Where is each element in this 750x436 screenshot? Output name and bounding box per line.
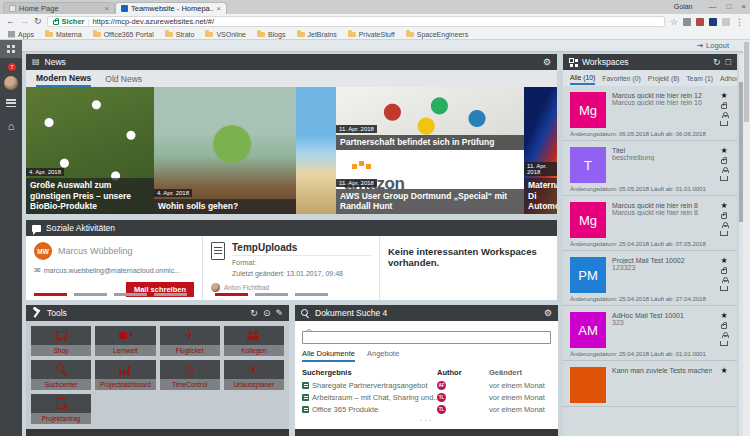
lock-icon[interactable] <box>721 159 727 164</box>
archive-icon[interactable] <box>720 341 728 346</box>
members-icon[interactable] <box>721 222 728 228</box>
browser-tab-home[interactable]: Home Page × <box>3 2 115 14</box>
archive-icon[interactable] <box>720 176 728 181</box>
tab-alle[interactable]: Alle (10) <box>570 72 595 85</box>
tool-tile-urlaubsplaner[interactable]: ☀ Urlaubsplaner <box>224 360 284 390</box>
tool-tile-projectdashboard[interactable]: Projectdashboard <box>95 360 155 390</box>
workspace-list-item[interactable]: Kann man zuviele Tests machen? ★ <box>563 361 737 407</box>
archive-icon[interactable] <box>720 121 728 126</box>
extension-icon[interactable] <box>683 18 691 26</box>
archive-icon[interactable] <box>720 231 728 236</box>
back-icon[interactable]: ← <box>6 17 15 26</box>
extension-icon[interactable] <box>709 18 717 26</box>
document-search-input[interactable] <box>302 331 551 344</box>
layout-icon[interactable]: □ <box>726 58 731 67</box>
workspace-list-item[interactable]: Mg Marcus guckt nie hier rein 12 Marcus … <box>563 86 737 141</box>
members-icon[interactable] <box>721 332 728 338</box>
workspace-list-item[interactable]: PM Project Mail Test 10002 123323 ★ Ände… <box>563 251 737 306</box>
person-email[interactable]: marcus.wuebbeling@maternacloud.onmic... <box>44 267 180 274</box>
window-maximize-button[interactable]: □ <box>726 2 731 11</box>
bookmark-folder[interactable]: PrivateStuff <box>348 31 395 38</box>
star-icon[interactable]: ★ <box>720 147 727 155</box>
tab-projekt[interactable]: Projekt (8) <box>648 73 679 84</box>
tool-tile-flugticket[interactable]: ✈ Flugticket <box>160 326 220 356</box>
news-card-wohin[interactable]: 4. Apr. 2018 Wohin solls gehen? <box>154 87 296 214</box>
scrollbar-thumb[interactable] <box>744 42 749 122</box>
workspace-list-item[interactable]: Mg Marcus guckt nie hier rein 8 Marcus g… <box>563 196 737 251</box>
tool-tile-lernwelt[interactable]: Lernwelt <box>95 326 155 356</box>
workspace-tile[interactable]: Mg <box>570 92 606 128</box>
lock-icon[interactable] <box>721 324 727 329</box>
bookmark-folder[interactable]: Office365 Portal <box>93 31 154 38</box>
archive-icon[interactable] <box>720 286 728 291</box>
tab-close-icon[interactable]: × <box>104 4 109 13</box>
logout-button[interactable]: ⇥ Logout <box>697 41 729 50</box>
workspace-tile[interactable]: T <box>570 147 606 183</box>
browser-menu-icon[interactable]: ⋮ <box>735 17 744 27</box>
bookmark-folder[interactable]: Materna <box>45 31 82 38</box>
lock-icon[interactable] <box>721 214 727 219</box>
bookmark-folder[interactable]: Strato <box>165 31 195 38</box>
tab-angebote[interactable]: Angebote <box>367 349 399 362</box>
star-icon[interactable]: ★ <box>720 312 727 320</box>
window-minimize-button[interactable]: — <box>708 2 716 11</box>
social-person-card[interactable]: MW Marcus Wübbeling ✉ marcus.wuebbeling@… <box>26 236 203 300</box>
members-icon[interactable] <box>721 277 728 283</box>
workspace-tile[interactable]: Mg <box>570 202 606 238</box>
star-icon[interactable]: ★ <box>720 257 727 265</box>
tool-tile-timecontrol[interactable]: ◷ TimeControl <box>160 360 220 390</box>
star-icon[interactable]: ★ <box>720 92 727 100</box>
browser-profile-name[interactable]: Golan <box>674 3 693 10</box>
pencil-icon[interactable]: ✎ <box>275 309 283 318</box>
page-scrollbar[interactable] <box>743 40 750 436</box>
pagination-dots[interactable] <box>34 293 187 296</box>
lock-icon[interactable] <box>721 269 727 274</box>
tool-tile-kollegen[interactable]: Kollegen <box>224 326 284 356</box>
target-icon[interactable]: ⊙ <box>263 309 271 318</box>
tab-old-news[interactable]: Old News <box>105 72 142 86</box>
members-icon[interactable] <box>721 112 728 118</box>
table-row[interactable]: Office 365 Produkte TL vor einem Monat <box>302 403 551 415</box>
news-card-beach-partial[interactable] <box>296 87 336 214</box>
bookmark-apps[interactable]: Apps <box>8 31 34 38</box>
table-row[interactable]: Sharegate Partnervertragsangebot AF vor … <box>302 379 551 391</box>
sidebar-apps-button[interactable] <box>0 40 22 58</box>
more-results-ellipsis[interactable]: ··· <box>302 416 551 425</box>
lock-icon[interactable] <box>721 104 727 109</box>
star-icon[interactable]: ★ <box>720 367 727 375</box>
news-card-aws[interactable]: amazon 11. Apr. 2018 AWS User Group Dort… <box>336 150 524 214</box>
tab-adhoc[interactable]: Adhoc (1) <box>720 73 737 84</box>
tool-tile-projektantrag[interactable]: Projektantrag <box>31 394 91 424</box>
workspace-list-item[interactable]: AM AdHoc Mail Test 10001 323 ★ Änderungs… <box>563 306 737 361</box>
members-icon[interactable] <box>721 167 728 173</box>
workspace-tile[interactable]: AM <box>570 312 606 348</box>
refresh-icon[interactable]: ↻ <box>713 58 721 67</box>
reload-icon[interactable]: ↻ <box>34 17 42 26</box>
workspace-tile[interactable]: PM <box>570 257 606 293</box>
tab-close-icon[interactable]: × <box>216 4 221 13</box>
tab-team[interactable]: Team (1) <box>686 73 713 84</box>
gear-icon[interactable]: ⚙ <box>543 58 551 67</box>
sidebar-menu-button[interactable] <box>6 99 16 107</box>
workspace-tile[interactable] <box>570 367 606 403</box>
table-row[interactable]: Arbeitsraum – mit Chat, Sharing und... T… <box>302 391 551 403</box>
browser-tab-teamwebsite[interactable]: Teamwebsite - Homepa... × <box>115 2 227 14</box>
extension-icon[interactable] <box>722 18 730 26</box>
tab-modern-news[interactable]: Modern News <box>36 71 91 87</box>
workspace-list-item[interactable]: T Titel beschreibung ★ Änderungsdatum: 0… <box>563 141 737 196</box>
refresh-icon[interactable]: ↻ <box>250 309 258 318</box>
pagination-dots[interactable] <box>215 293 328 296</box>
news-card-partnerschaft[interactable]: 11. Apr. 2018 Partnerschaft befindet sic… <box>336 87 524 150</box>
gear-icon[interactable]: ⚙ <box>544 309 552 318</box>
extension-icon[interactable] <box>696 18 704 26</box>
sidebar-home-button[interactable]: ⌂ <box>8 116 15 134</box>
sidebar-user-avatar[interactable] <box>4 76 18 90</box>
news-card-biobio[interactable]: 4. Apr. 2018 Große Auswahl zum günstigen… <box>26 87 154 214</box>
bookmark-folder[interactable]: Blogs <box>257 31 286 38</box>
bookmark-folder[interactable]: SpaceEngineers <box>406 31 468 38</box>
star-icon[interactable]: ★ <box>720 202 727 210</box>
forward-icon[interactable]: → <box>20 17 29 26</box>
news-card-materna-partial[interactable]: 11. Apr. 2018 Materna Di Automotive <box>524 87 557 214</box>
social-document-card[interactable]: TempUploads Format: Zuletzt geändert: 13… <box>203 236 380 300</box>
tab-alle-dokumente[interactable]: Alle Dokumente <box>302 349 355 362</box>
